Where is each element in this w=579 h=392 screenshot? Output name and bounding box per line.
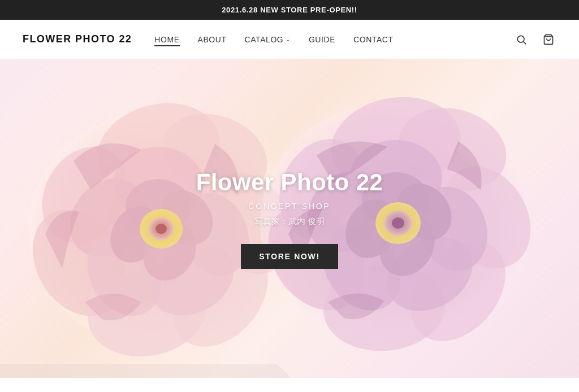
chevron-down-icon: ⌄ bbox=[286, 36, 291, 42]
nav-link-guide[interactable]: GUIDE bbox=[309, 35, 335, 44]
hero-title: Flower Photo 22 bbox=[196, 169, 383, 196]
header-icons bbox=[513, 32, 556, 47]
hero-content: Flower Photo 22 CONCEPT SHOP 写真家：武内 俊明 S… bbox=[196, 169, 383, 269]
store-now-button[interactable]: STORE NOW! bbox=[241, 244, 338, 269]
search-button[interactable] bbox=[513, 32, 529, 47]
nav-link-contact[interactable]: CONTACT bbox=[353, 35, 394, 44]
svg-line-1 bbox=[524, 41, 526, 44]
nav-item-home[interactable]: HOME bbox=[154, 34, 179, 45]
nav-link-catalog[interactable]: CATALOG ⌄ bbox=[245, 35, 291, 44]
nav-item-about[interactable]: ABOUT bbox=[198, 34, 227, 45]
cart-button[interactable] bbox=[541, 32, 556, 47]
header: FLOWER PHOTO 22 HOME ABOUT CATALOG ⌄ GUI… bbox=[0, 20, 579, 59]
nav-item-contact[interactable]: CONTACT bbox=[353, 34, 394, 45]
nav-link-about[interactable]: ABOUT bbox=[198, 35, 227, 44]
announcement-bar: 2021.6.28 NEW STORE PRE-OPEN!! bbox=[0, 0, 579, 20]
cart-icon bbox=[543, 34, 554, 45]
main-nav: HOME ABOUT CATALOG ⌄ GUIDE CONTACT bbox=[154, 34, 393, 45]
site-logo[interactable]: FLOWER PHOTO 22 bbox=[23, 33, 132, 45]
announcement-text: 2021.6.28 NEW STORE PRE-OPEN!! bbox=[222, 6, 357, 14]
nav-item-catalog[interactable]: CATALOG ⌄ bbox=[245, 35, 291, 44]
svg-point-0 bbox=[517, 36, 524, 42]
nav-link-home[interactable]: HOME bbox=[154, 35, 179, 46]
hero-photographer: 写真家：武内 俊明 bbox=[196, 216, 383, 227]
search-icon bbox=[516, 34, 527, 45]
hero-subtitle: CONCEPT SHOP bbox=[196, 202, 383, 211]
nav-item-guide[interactable]: GUIDE bbox=[309, 34, 335, 45]
header-left: FLOWER PHOTO 22 HOME ABOUT CATALOG ⌄ GUI… bbox=[23, 33, 394, 45]
hero-section: Flower Photo 22 CONCEPT SHOP 写真家：武内 俊明 S… bbox=[0, 59, 579, 378]
